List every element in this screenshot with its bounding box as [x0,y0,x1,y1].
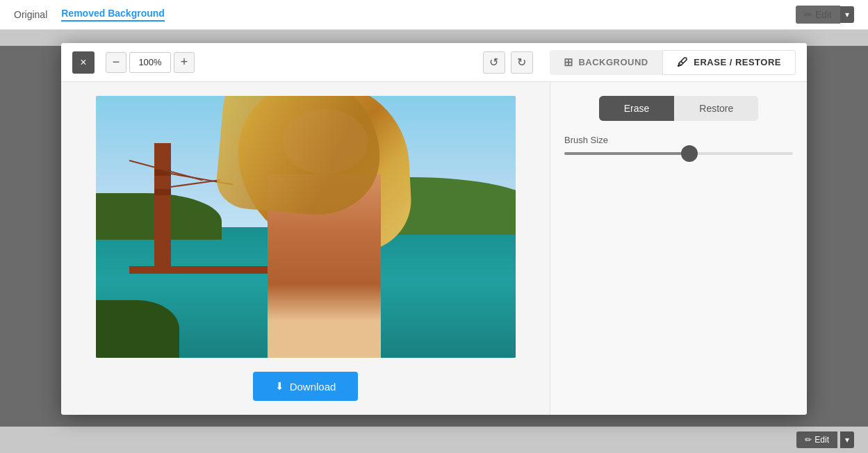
close-button[interactable]: × [72,51,95,74]
edit-label: Edit [815,9,832,20]
modal-body: ⬇ Download Erase Restore Brush Size [61,82,807,415]
undo-button[interactable]: ↺ [483,51,505,74]
edit-dropdown-button[interactable]: ▾ [840,6,854,23]
edit-button-bottom[interactable]: ✏ Edit [796,431,837,448]
brush-size-slider[interactable] [564,152,793,155]
zoom-out-button[interactable]: − [106,52,126,73]
history-controls: ↺ ↻ [483,51,533,74]
image-canvas[interactable] [96,96,516,358]
erase-restore-tab-label: ERASE / RESTORE [694,57,781,67]
bridge-tower-left [154,143,171,274]
edit-button-top[interactable]: ✏ Edit [796,6,840,24]
zoom-controls: − 100% + [106,52,195,73]
tab-removed-bg[interactable]: Removed Background [61,8,165,22]
brush-size-section: Brush Size [564,135,793,155]
erase-restore-toggle: Erase Restore [599,96,759,121]
tab-background[interactable]: ⊞ BACKGROUND [550,50,662,75]
tab-erase-restore[interactable]: 🖊 ERASE / RESTORE [662,50,796,75]
background-tab-label: BACKGROUND [578,57,648,67]
vegetation [96,300,180,358]
layers-icon: ⊞ [564,56,573,69]
edit-dropdown-bottom[interactable]: ▾ [840,431,854,448]
zoom-value-display: 100% [129,52,171,73]
edit-icon-bottom: ✏ [805,435,812,445]
brush-size-label: Brush Size [564,135,793,145]
download-icon: ⬇ [275,380,284,393]
erase-button[interactable]: Erase [599,96,675,121]
controls-panel: Erase Restore Brush Size [550,82,807,415]
image-area: ⬇ Download [61,82,550,415]
redo-button[interactable]: ↻ [511,51,533,74]
panel-tabs: ⊞ BACKGROUND 🖊 ERASE / RESTORE [550,50,796,75]
edit-icon: ✏ [804,9,812,20]
tab-original[interactable]: Original [14,9,47,20]
tab-bar: Original Removed Background ✏ Edit ▾ [0,0,868,30]
restore-button[interactable]: Restore [674,96,758,121]
brush-icon: 🖊 [677,56,689,69]
image-scene [96,96,516,358]
modal-toolbar: × − 100% + ↺ ↻ ⊞ BACKGROUND 🖊 ERASE / RE… [61,43,807,82]
thumb-strip-bottom: ✏ Edit ▾ [0,427,868,453]
download-label: Download [290,381,336,393]
edit-label-bottom: Edit [814,435,829,445]
editor-modal: × − 100% + ↺ ↻ ⊞ BACKGROUND 🖊 ERASE / RE… [61,43,807,415]
woman [230,96,419,358]
zoom-in-button[interactable]: + [174,52,195,73]
download-button[interactable]: ⬇ Download [253,372,359,401]
